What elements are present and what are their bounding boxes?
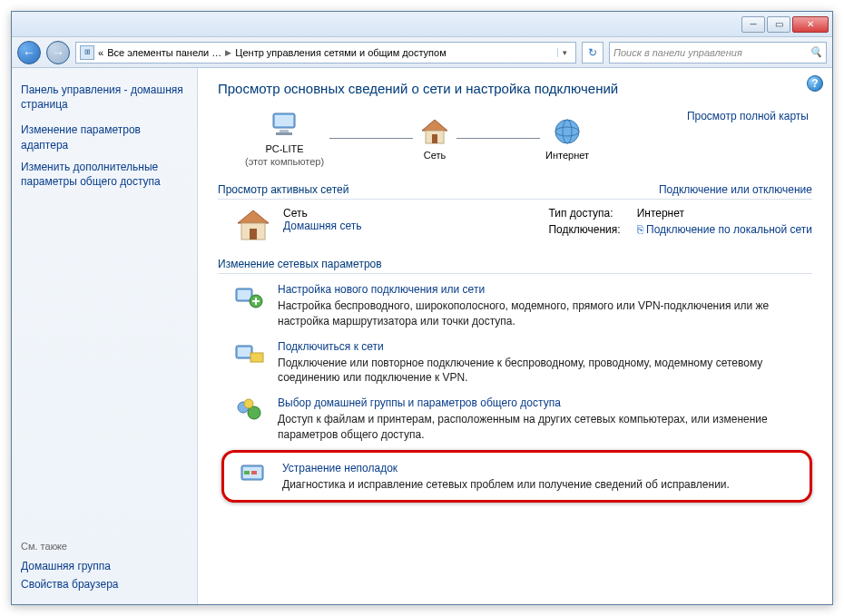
content-area: ? Просмотр основных сведений о сети и на… — [198, 68, 832, 604]
breadcrumb-first[interactable]: Все элементы панели … — [107, 47, 221, 58]
svg-rect-18 — [250, 353, 263, 362]
svg-point-7 — [555, 120, 579, 143]
option-homegroup[interactable]: Выбор домашней группы и параметров общег… — [218, 387, 812, 445]
search-icon: 🔍 — [810, 46, 822, 58]
arrow-left-icon: ← — [23, 45, 35, 60]
homegroup-icon — [234, 396, 267, 429]
full-map-link[interactable]: Просмотр полной карты — [687, 110, 809, 122]
node-internet-label: Интернет — [545, 150, 589, 161]
active-network-row: Сеть Домашняя сеть Тип доступа: Интернет… — [218, 200, 812, 249]
active-networks-header: Просмотр активных сетей Подключение или … — [218, 178, 812, 200]
computer-icon — [269, 109, 301, 142]
active-network-name: Сеть — [283, 207, 361, 220]
node-pc-sub: (этот компьютер) — [245, 156, 324, 167]
sidebar-link-adapter[interactable]: Изменение параметров адаптера — [21, 119, 188, 155]
node-net-label: Сеть — [424, 150, 446, 161]
connections-label: Подключения: — [548, 223, 620, 236]
active-network-type[interactable]: Домашняя сеть — [283, 220, 361, 232]
map-line — [329, 138, 413, 139]
troubleshoot-icon — [239, 462, 271, 494]
window-body: Панель управления - домашняя страница Из… — [12, 68, 832, 604]
access-type-label: Тип доступа: — [548, 207, 620, 220]
address-dropdown[interactable]: ▾ — [557, 48, 572, 57]
network-house-icon — [234, 207, 272, 243]
svg-marker-10 — [238, 210, 269, 223]
navbar: ← → ⊞ « Все элементы панели … ▶ Центр уп… — [12, 37, 832, 68]
svg-rect-25 — [251, 471, 257, 474]
option-connect-network[interactable]: Подключиться к сети Подключение или повт… — [218, 331, 812, 388]
ethernet-icon: ⎘ — [637, 223, 646, 236]
map-line-2 — [456, 138, 540, 139]
svg-marker-4 — [422, 120, 447, 131]
option-desc: Настройка беспроводного, широкополосного… — [278, 298, 812, 329]
page-title: Просмотр основных сведений о сети и наст… — [218, 81, 812, 96]
svg-point-21 — [244, 399, 253, 408]
option-title: Подключиться к сети — [278, 340, 812, 353]
svg-rect-2 — [280, 130, 289, 132]
option-title: Выбор домашней группы и параметров общег… — [278, 396, 812, 409]
sidebar-see-also-label: См. также — [21, 539, 188, 557]
sidebar-home-link[interactable]: Панель управления - домашняя страница — [21, 79, 188, 119]
node-this-pc: PC-LITE (этот компьютер) — [245, 109, 324, 167]
option-desc: Подключение или повторное подключение к … — [278, 356, 812, 386]
sidebar: Панель управления - домашняя страница Из… — [12, 68, 198, 604]
refresh-icon: ↻ — [588, 46, 597, 59]
option-new-connection[interactable]: Настройка нового подключения или сети На… — [218, 274, 812, 331]
refresh-button[interactable]: ↻ — [582, 42, 604, 64]
svg-rect-24 — [244, 471, 250, 474]
back-button[interactable]: ← — [17, 41, 41, 64]
help-icon[interactable]: ? — [807, 75, 823, 92]
node-network: Сеть — [418, 115, 451, 161]
svg-rect-12 — [250, 229, 257, 240]
change-settings-header: Изменение сетевых параметров — [218, 254, 812, 274]
connections-value: Подключение по локальной сети — [646, 223, 812, 236]
globe-icon — [551, 115, 584, 148]
option-desc: Диагностика и исправление сетевых пробле… — [282, 477, 730, 493]
new-connection-icon — [234, 283, 267, 316]
chevrons-icon: « — [98, 47, 103, 58]
option-title: Настройка нового подключения или сети — [278, 283, 812, 296]
active-networks-label: Просмотр активных сетей — [218, 183, 348, 196]
control-panel-icon: ⊞ — [80, 45, 94, 60]
node-pc-label: PC-LITE — [265, 143, 303, 154]
titlebar: ─ ▭ ✕ — [12, 12, 832, 37]
maximize-button[interactable]: ▭ — [767, 16, 790, 33]
svg-rect-1 — [275, 115, 293, 126]
minimize-button[interactable]: ─ — [741, 16, 765, 33]
access-type-value: Интернет — [637, 207, 812, 220]
connect-network-icon — [234, 340, 267, 373]
forward-button[interactable]: → — [46, 41, 70, 64]
sidebar-link-sharing[interactable]: Изменить дополнительные параметры общего… — [21, 156, 188, 192]
svg-rect-14 — [238, 290, 250, 299]
connections-link[interactable]: ⎘ Подключение по локальной сети — [637, 223, 812, 236]
option-troubleshoot[interactable]: Устранение неполадок Диагностика и испра… — [230, 456, 804, 496]
connect-disconnect-link[interactable]: Подключение или отключение — [659, 183, 812, 196]
address-bar[interactable]: ⊞ « Все элементы панели … ▶ Центр управл… — [75, 42, 576, 64]
arrow-right-icon: → — [52, 45, 64, 60]
svg-rect-17 — [238, 347, 250, 357]
highlight-ring: Устранение неполадок Диагностика и испра… — [221, 450, 812, 503]
svg-rect-6 — [432, 134, 437, 143]
sidebar-see-also-browser[interactable]: Свойства браузера — [21, 575, 188, 593]
search-input[interactable]: Поиск в панели управления 🔍 — [609, 42, 827, 64]
close-button[interactable]: ✕ — [792, 16, 829, 33]
node-internet: Интернет — [545, 115, 589, 161]
sidebar-see-also-homegroup[interactable]: Домашняя группа — [21, 557, 188, 575]
house-icon — [418, 115, 451, 148]
search-placeholder: Поиск в панели управления — [613, 47, 742, 58]
breadcrumb-current[interactable]: Центр управления сетями и общим доступом — [235, 47, 446, 58]
option-title: Устранение неполадок — [282, 462, 730, 474]
chevron-right-icon: ▶ — [225, 48, 231, 57]
svg-rect-3 — [276, 132, 292, 135]
option-desc: Доступ к файлам и принтерам, расположенн… — [278, 412, 812, 443]
control-panel-window: ─ ▭ ✕ ← → ⊞ « Все элементы панели … ▶ Це… — [11, 11, 833, 605]
